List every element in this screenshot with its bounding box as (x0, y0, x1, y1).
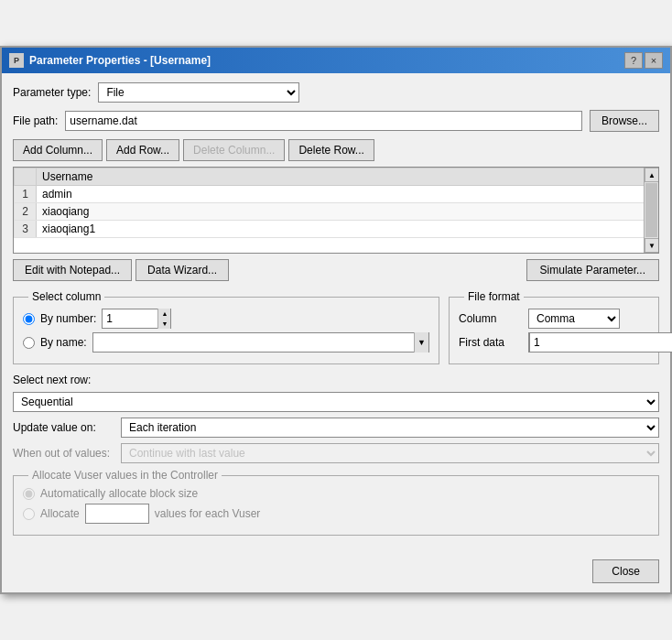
select-next-row-label: Select next row: (13, 374, 659, 386)
table-row[interactable]: 3xiaoqiang1 (15, 221, 658, 238)
column-format-select[interactable]: Comma Tab Space Other (528, 309, 620, 329)
add-row-button[interactable]: Add Row... (106, 139, 179, 161)
auto-allocate-row: Automatically allocate block size (23, 487, 649, 500)
param-type-label: Parameter type: (13, 86, 91, 99)
close-button[interactable]: Close (592, 559, 659, 583)
grid-row-num-header (15, 168, 37, 186)
update-value-label: Update value on: (13, 421, 114, 434)
select-column-group: Select column By number: ▲ ▼ By name: (13, 290, 439, 364)
by-name-input-container: ▼ (92, 332, 429, 353)
values-per-vuser-label: values for each Vuser (155, 507, 261, 520)
title-bar: P Parameter Properties - [Username] ? × (2, 48, 670, 73)
close-window-button[interactable]: × (645, 52, 663, 69)
update-value-row: Update value on: Each iteration Each occ… (13, 418, 659, 438)
by-number-input-container: ▲ ▼ (102, 309, 171, 329)
dialog-footer: Close (2, 554, 670, 592)
simulate-button[interactable]: Simulate Parameter... (526, 259, 659, 281)
table-row[interactable]: 2xiaoqiang (15, 203, 658, 221)
sequential-dropdown-row: Sequential Random Unique Same Line as ..… (13, 392, 659, 412)
by-number-up[interactable]: ▲ (157, 309, 170, 319)
data-grid: Username 1admin2xiaoqiang3xiaoqiang1 (14, 168, 658, 238)
data-wizard-button[interactable]: Data Wizard... (135, 259, 229, 281)
param-type-select[interactable]: File (98, 82, 299, 103)
action-buttons-row: Edit with Notepad... Data Wizard... Simu… (13, 259, 659, 281)
when-out-row: When out of values: Continue with last v… (13, 443, 659, 463)
column-format-label: Column (459, 312, 521, 325)
by-name-dropdown[interactable]: ▼ (414, 332, 428, 353)
title-controls: ? × (624, 52, 663, 69)
by-number-radio[interactable] (23, 313, 35, 325)
scroll-up-arrow[interactable]: ▲ (645, 168, 659, 182)
file-format-group: File format Column Comma Tab Space Other… (449, 290, 659, 364)
file-path-row: File path: Browse... (13, 110, 659, 132)
dialog-content: Parameter type: File File path: Browse..… (2, 73, 670, 554)
delete-row-button[interactable]: Delete Row... (288, 139, 374, 161)
by-number-spin: ▲ ▼ (157, 309, 170, 329)
manual-allocate-label: Allocate (40, 507, 80, 520)
manual-allocate-input[interactable] (85, 504, 149, 524)
select-column-legend: Select column (28, 290, 104, 303)
dialog-icon: P (9, 53, 24, 68)
file-path-label: File path: (13, 114, 58, 127)
first-data-row: First data ▲ ▼ (459, 332, 649, 353)
toolbar-buttons: Add Column... Add Row... Delete Column..… (13, 139, 659, 161)
file-path-input[interactable] (65, 111, 582, 131)
delete-column-button[interactable]: Delete Column... (183, 139, 285, 161)
parameter-type-row: Parameter type: File (13, 82, 659, 103)
by-number-label: By number: (40, 312, 96, 325)
first-data-input[interactable] (529, 332, 672, 353)
by-number-input[interactable] (103, 309, 157, 328)
by-name-radio[interactable] (23, 337, 35, 349)
auto-allocate-label: Automatically allocate block size (40, 487, 198, 500)
update-value-select[interactable]: Each iteration Each occurrence Once (121, 418, 659, 438)
row-value: admin (37, 186, 658, 203)
edit-notepad-button[interactable]: Edit with Notepad... (13, 259, 132, 281)
by-name-input[interactable] (93, 333, 414, 352)
grid-username-header: Username (37, 168, 658, 186)
data-grid-container: Username 1admin2xiaoqiang3xiaoqiang1 ▲ ▼ (13, 167, 659, 254)
manual-allocate-row: Allocate values for each Vuser (23, 504, 649, 524)
help-button[interactable]: ? (624, 52, 643, 69)
auto-allocate-radio[interactable] (23, 488, 35, 500)
parameter-properties-dialog: P Parameter Properties - [Username] ? × … (0, 46, 672, 594)
table-row[interactable]: 1admin (15, 186, 658, 203)
when-out-select[interactable]: Continue with last value Abort Vuser Cyc… (121, 443, 659, 463)
row-number: 2 (15, 203, 37, 221)
row-value: xiaoqiang (37, 203, 658, 221)
row-number: 3 (15, 221, 37, 238)
by-number-row: By number: ▲ ▼ (23, 309, 429, 329)
file-format-legend: File format (464, 290, 524, 303)
title-bar-left: P Parameter Properties - [Username] (9, 53, 211, 68)
manual-allocate-radio[interactable] (23, 508, 35, 520)
scroll-thumb[interactable] (645, 183, 657, 237)
first-data-label: First data (459, 336, 521, 349)
grid-scrollbar[interactable]: ▲ ▼ (644, 168, 658, 253)
browse-button[interactable]: Browse... (590, 110, 659, 132)
row-value: xiaoqiang1 (37, 221, 658, 238)
allocate-vuser-legend: Allocate Vuser values in the Controller (28, 469, 222, 482)
by-name-label: By name: (40, 336, 87, 349)
select-next-row-select[interactable]: Sequential Random Unique Same Line as ..… (13, 392, 659, 412)
add-column-button[interactable]: Add Column... (13, 139, 103, 161)
when-out-label: When out of values: (13, 447, 114, 460)
panels-row: Select column By number: ▲ ▼ By name: (13, 290, 659, 364)
dialog-title: Parameter Properties - [Username] (29, 54, 211, 67)
first-data-input-container: ▲ ▼ (528, 332, 597, 353)
row-number: 1 (15, 186, 37, 203)
allocate-vuser-group: Allocate Vuser values in the Controller … (13, 469, 659, 536)
select-next-row-section: Select next row: (13, 374, 659, 386)
scroll-down-arrow[interactable]: ▼ (645, 238, 659, 253)
by-number-down[interactable]: ▼ (157, 319, 170, 329)
column-format-row: Column Comma Tab Space Other (459, 309, 649, 329)
by-name-row: By name: ▼ (23, 332, 429, 353)
